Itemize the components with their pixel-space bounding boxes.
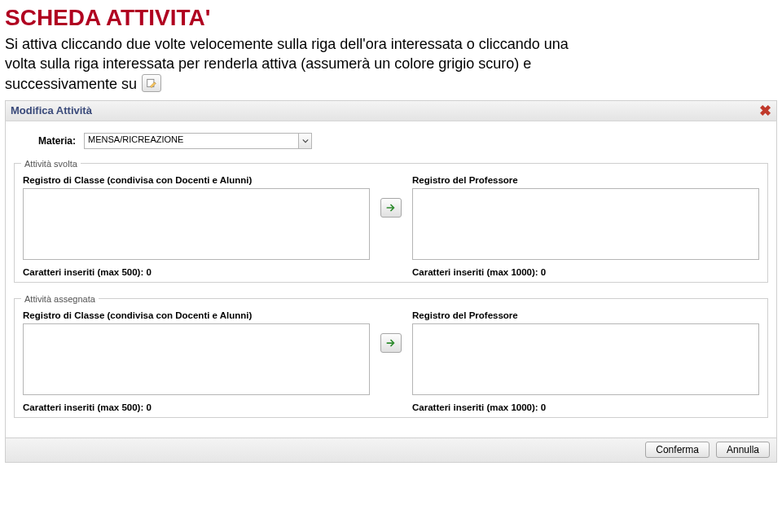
doc-para-line3: successivamente su	[5, 74, 137, 94]
copy-right-button[interactable]	[380, 198, 402, 218]
dialog: Modifica Attività ✖ Materia: MENSA/RICRE…	[0, 97, 782, 468]
counter-prof-assegnata: Caratteri inseriti (max 1000): 0	[412, 402, 759, 412]
col-prof-head-2: Registro del Professore	[412, 310, 759, 320]
materia-row: Materia: MENSA/RICREAZIONE	[38, 133, 768, 149]
doc-paragraph: Si attiva cliccando due volte velocement…	[0, 33, 782, 97]
doc-para-line2: volta sulla riga interessata per renderl…	[5, 55, 531, 72]
textarea-prof-svolta[interactable]	[412, 188, 759, 260]
textarea-classe-assegnata[interactable]	[23, 323, 370, 395]
copy-right-button-2[interactable]	[380, 333, 402, 353]
fieldset-attivita-svolta: Attività svolta Registro di Classe (cond…	[14, 159, 768, 283]
chevron-down-icon	[298, 134, 311, 148]
doc-header: SCHEDA ATTIVITA'	[0, 0, 782, 33]
materia-select-value: MENSA/RICREAZIONE	[84, 133, 312, 149]
arrow-col-assegnata	[375, 310, 407, 353]
col-prof-svolta: Registro del Professore Caratteri inseri…	[412, 175, 759, 277]
fieldset-attivita-assegnata: Attività assegnata Registro di Classe (c…	[14, 294, 768, 418]
col-prof-head: Registro del Professore	[412, 175, 759, 185]
arrow-col-svolta	[375, 175, 407, 218]
col-prof-assegnata: Registro del Professore Caratteri inseri…	[412, 310, 759, 412]
cancel-button[interactable]: Annulla	[716, 442, 770, 458]
legend-svolta: Attività svolta	[21, 159, 81, 169]
col-classe-head-2: Registro di Classe (condivisa con Docent…	[23, 310, 370, 320]
close-icon[interactable]: ✖	[759, 103, 771, 118]
col-classe-head: Registro di Classe (condivisa con Docent…	[23, 175, 370, 185]
page-title: SCHEDA ATTIVITA'	[5, 5, 777, 31]
confirm-button[interactable]: Conferma	[645, 442, 710, 458]
doc-para-line1: Si attiva cliccando due volte velocement…	[5, 36, 569, 52]
dialog-footer: Conferma Annulla	[5, 438, 777, 463]
counter-prof-svolta: Caratteri inseriti (max 1000): 0	[412, 267, 759, 277]
dialog-titlebar: Modifica Attività ✖	[5, 100, 777, 121]
materia-label: Materia:	[38, 135, 76, 147]
materia-select[interactable]: MENSA/RICREAZIONE	[84, 133, 312, 149]
counter-classe-svolta: Caratteri inseriti (max 500): 0	[23, 267, 370, 277]
edit-icon	[142, 74, 161, 92]
textarea-prof-assegnata[interactable]	[412, 323, 759, 395]
dialog-title: Modifica Attività	[11, 104, 92, 117]
textarea-classe-svolta[interactable]	[23, 188, 370, 260]
dialog-body: Materia: MENSA/RICREAZIONE Attività svol…	[5, 121, 777, 438]
legend-assegnata: Attività assegnata	[21, 294, 99, 304]
col-classe-assegnata: Registro di Classe (condivisa con Docent…	[23, 310, 370, 412]
col-classe-svolta: Registro di Classe (condivisa con Docent…	[23, 175, 370, 277]
counter-classe-assegnata: Caratteri inseriti (max 500): 0	[23, 402, 370, 412]
